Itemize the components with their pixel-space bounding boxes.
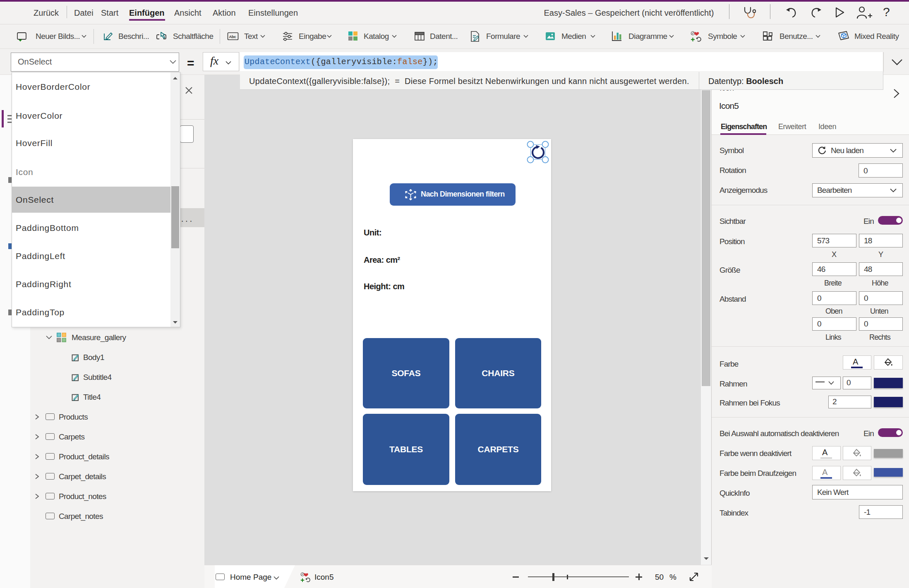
svg-text:Abc: Abc (229, 34, 236, 39)
